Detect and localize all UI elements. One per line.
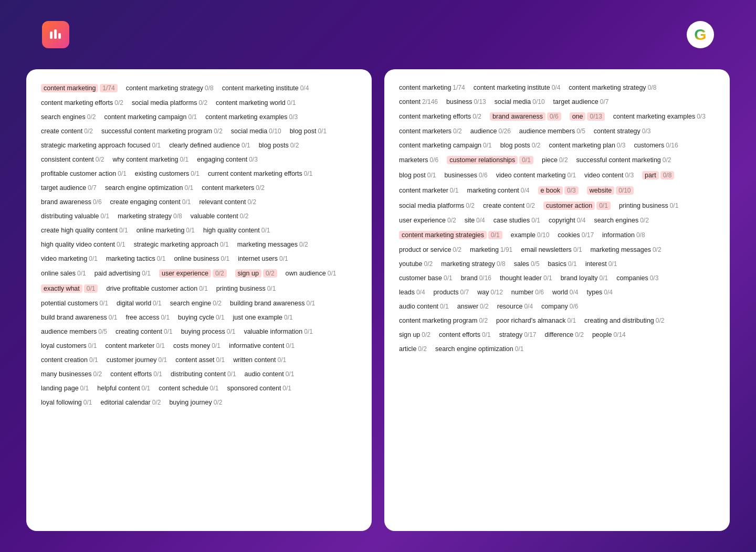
tag-label: online sales — [41, 270, 76, 277]
tag-label: just one example — [233, 314, 283, 321]
tag-count: 0/7 — [460, 289, 469, 296]
tag-row: product or service0/2marketing1/91email … — [399, 246, 715, 256]
tag-item: video content0/3 — [584, 172, 634, 179]
tag-item: informative content0/1 — [229, 342, 295, 349]
tag-item: paid advertising0/1 — [94, 270, 151, 277]
tag-item: search engine0/2 — [170, 300, 222, 307]
tag-item: content marketer0/1 — [399, 187, 458, 194]
tag-item: high quality content0/1 — [203, 227, 270, 234]
tag-item: search engines0/2 — [594, 217, 648, 224]
tag-count: 0/1 — [488, 231, 502, 239]
tag-item: information0/8 — [602, 231, 645, 239]
tag-count: 0/3 — [617, 142, 626, 149]
tag-count: 0/1 — [670, 202, 679, 209]
tag-item: customer journey0/1 — [107, 356, 167, 364]
tag-item: content marketing1/74 — [399, 84, 465, 91]
tag-label: current content marketing efforts — [208, 170, 302, 177]
tag-row: content marketers0/2audience0/26audience… — [399, 128, 715, 137]
tag-item: content marketers0/2 — [202, 184, 265, 192]
tag-count: 0/1 — [153, 300, 162, 307]
tag-item: content marketers0/2 — [399, 128, 462, 135]
tag-label: company — [541, 303, 568, 310]
tag-count: 0/2 — [424, 260, 433, 268]
tag-count: 0/2 — [653, 246, 662, 253]
tag-count: 0/1 — [118, 170, 127, 177]
tag-label: content marketing campaign — [104, 113, 186, 121]
tag-item: video content marketing0/1 — [496, 172, 576, 179]
tag-row: profitable customer action0/1existing cu… — [41, 170, 357, 179]
tag-label: content marketing — [399, 84, 451, 91]
tag-count: 0/2 — [532, 142, 541, 149]
tag-label: search engine optimization — [435, 345, 513, 353]
tag-count: 0/1 — [567, 172, 576, 179]
tag-count: 0/1 — [286, 342, 295, 349]
tag-row: marketers0/6customer relationships0/1pie… — [399, 156, 715, 166]
tag-count: 0/1 — [180, 156, 189, 163]
tag-item: case studies0/1 — [494, 217, 540, 224]
tag-label: product or service — [399, 246, 451, 253]
tag-label: loyal customers — [41, 342, 87, 349]
tag-item: build brand awareness0/1 — [41, 314, 117, 321]
tag-item: content strategy0/3 — [594, 128, 651, 135]
tag-label: existing customers — [135, 170, 190, 177]
tag-count: 0/2 — [96, 156, 104, 163]
tag-item: content marketing institute0/4 — [222, 84, 309, 92]
tag-count: 0/1 — [278, 356, 287, 364]
tag-count: 0/5 — [576, 128, 585, 135]
tag-count: 0/1 — [80, 385, 89, 392]
tag-count: 0/2 — [447, 217, 456, 224]
tag-label: buying journey — [169, 399, 212, 406]
tag-item: site0/4 — [465, 217, 485, 224]
tag-count: 0/1 — [191, 170, 200, 177]
tag-label: email newsletters — [521, 246, 572, 253]
tag-item: create content0/2 — [483, 202, 535, 209]
tag-item: content marketing campaign0/1 — [399, 142, 492, 149]
tag-row: sign up0/2content efforts0/1strategy0/17… — [399, 331, 715, 341]
tag-label: part — [642, 171, 659, 179]
tag-count: 0/8 — [205, 84, 214, 92]
tag-label: content marketers — [399, 128, 452, 135]
tag-count: 0/8 — [173, 213, 182, 220]
tag-item: helpful content0/1 — [97, 385, 150, 392]
tag-item: online marketing0/1 — [136, 227, 195, 234]
tag-label: customer base — [399, 274, 442, 282]
tag-count: 0/3 — [642, 128, 651, 135]
tag-count: 0/1 — [188, 113, 197, 121]
tag-item: create content0/2 — [41, 128, 93, 135]
tag-item: landing page0/1 — [41, 385, 89, 392]
right-panel: content marketing1/74content marketing i… — [384, 69, 730, 531]
tag-item: content marketer0/1 — [106, 342, 165, 349]
tag-count: 0/5 — [531, 260, 540, 268]
tag-label: sign up — [399, 331, 420, 338]
tag-item: search engines0/2 — [41, 113, 96, 121]
tag-label: content marketers — [202, 184, 254, 192]
tag-label: people — [592, 331, 612, 338]
tag-row: user experience0/2site0/4case studies0/1… — [399, 217, 715, 226]
tag-item: digital world0/1 — [117, 300, 162, 307]
tag-item: blog post0/1 — [399, 172, 436, 179]
tag-row: loyal customers0/1content marketer0/1cos… — [41, 342, 357, 352]
tag-row: customer base0/1brand0/16thought leader0… — [399, 274, 715, 284]
tag-row: content creation0/1customer journey0/1co… — [41, 356, 357, 366]
tag-row: build brand awareness0/1free access0/1bu… — [41, 314, 357, 323]
tag-label: information — [602, 231, 635, 239]
tag-label: brand loyalty — [561, 274, 598, 282]
tag-label: companies — [616, 274, 648, 282]
tag-row: content marketing1/74content marketing i… — [399, 84, 715, 93]
tag-label: blog posts — [259, 142, 289, 149]
tag-count: 0/2 — [213, 269, 227, 278]
tag-item: relevant content0/2 — [199, 198, 256, 206]
tag-row: youtube0/2marketing strategy0/8sales0/5b… — [399, 260, 715, 270]
tag-item: many businesses0/2 — [41, 370, 102, 378]
tag-item: buying cycle0/1 — [178, 314, 224, 321]
tag-count: 0/1 — [119, 227, 128, 234]
tag-row: content2/146business0/13social media0/10… — [399, 98, 715, 108]
tag-item: why content marketing0/1 — [112, 156, 188, 163]
tag-item: just one example0/1 — [233, 314, 293, 321]
tag-count: 0/1 — [216, 314, 225, 321]
tag-item: social media platforms0/2 — [132, 99, 207, 107]
tag-row: high quality video content0/1strategic m… — [41, 241, 357, 250]
tag-item: way0/12 — [477, 289, 503, 296]
tag-item: youtube0/2 — [399, 260, 433, 268]
tag-label: strategy — [499, 331, 522, 338]
